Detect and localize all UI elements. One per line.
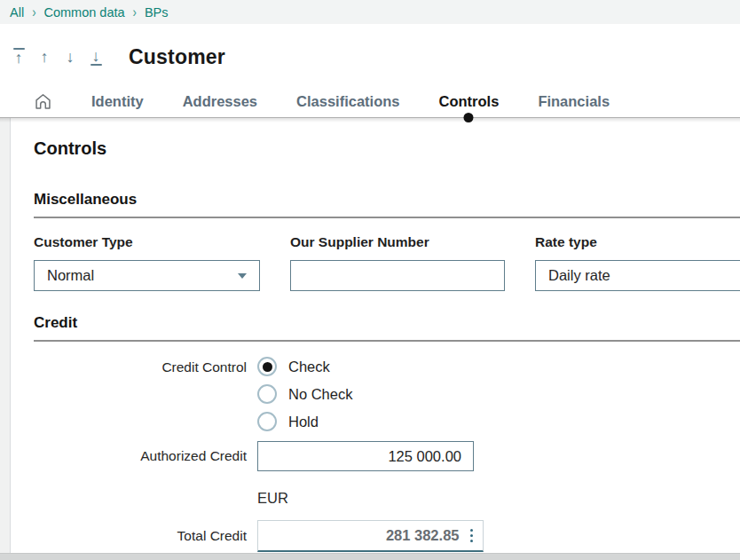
total-credit-label: Total Credit <box>34 528 247 544</box>
our-supplier-number-input[interactable] <box>290 260 505 291</box>
credit-control-label: Credit Control <box>34 357 247 375</box>
record-header: ↑ ↑ ↓ ↓ Customer <box>0 24 740 86</box>
miscellaneous-section-title: Miscellaneous <box>34 191 740 218</box>
credit-control-row: Credit Control Check No Check Hold <box>34 357 740 431</box>
miscellaneous-fields: Customer Type Normal Our Supplier Number… <box>34 234 740 291</box>
credit-control-radio-group: Check No Check Hold <box>257 357 352 431</box>
caret-down-icon <box>238 273 247 279</box>
tab-controls[interactable]: Controls <box>439 86 500 117</box>
radio-check[interactable]: Check <box>257 357 352 376</box>
total-credit-value: 281 382.85 <box>386 527 460 544</box>
record-navigation: ↑ ↑ ↓ ↓ <box>9 45 106 68</box>
rate-type-select[interactable]: Daily rate <box>535 260 740 291</box>
tab-bar: Identity Addresses Classifications Contr… <box>0 86 740 118</box>
customer-type-field: Customer Type Normal <box>34 234 260 291</box>
radio-no-check[interactable]: No Check <box>257 384 352 404</box>
arrow-down-to-bar-icon: ↓ <box>92 48 100 65</box>
tab-identity[interactable]: Identity <box>91 86 144 117</box>
previous-record-button[interactable]: ↑ <box>35 45 54 68</box>
credit-section-title: Credit <box>34 314 740 342</box>
tab-addresses[interactable]: Addresses <box>183 86 257 117</box>
arrow-up-icon: ↑ <box>41 49 49 66</box>
tab-classifications[interactable]: Classifications <box>296 86 399 117</box>
authorized-credit-label: Authorized Credit <box>34 448 247 464</box>
breadcrumb: All › Common data › BPs <box>0 0 740 24</box>
breadcrumb-separator: › <box>133 4 137 20</box>
next-record-button[interactable]: ↓ <box>60 45 80 68</box>
tab-home[interactable] <box>34 86 52 117</box>
arrow-down-icon: ↓ <box>67 49 75 66</box>
our-supplier-number-field: Our Supplier Number <box>290 234 505 291</box>
home-icon <box>34 92 52 111</box>
radio-button-icon <box>257 357 277 376</box>
rate-type-value: Daily rate <box>548 267 610 284</box>
radio-button-icon <box>257 384 277 404</box>
breadcrumb-separator: › <box>32 4 35 20</box>
page-title: Customer <box>129 45 225 69</box>
radio-hold[interactable]: Hold <box>257 412 352 431</box>
last-record-button[interactable]: ↓ <box>86 45 106 68</box>
section-page-heading: Controls <box>34 138 740 159</box>
content-area: Controls Miscellaneous Customer Type Nor… <box>0 118 740 553</box>
total-credit-field: 281 382.85 <box>257 520 484 552</box>
currency-code: EUR <box>257 490 288 507</box>
total-credit-row: Total Credit 281 382.85 <box>34 520 740 552</box>
arrow-up-to-bar-icon: ↑ <box>15 50 23 67</box>
our-supplier-number-label: Our Supplier Number <box>290 234 505 250</box>
breadcrumb-link-bps[interactable]: BPs <box>145 5 169 20</box>
vertical-dots-icon[interactable] <box>468 527 476 545</box>
customer-type-value: Normal <box>47 267 94 284</box>
breadcrumb-link-all[interactable]: All <box>10 5 24 20</box>
left-rail <box>0 118 11 553</box>
rate-type-label: Rate type <box>535 234 740 250</box>
authorized-credit-row: Authorized Credit <box>34 441 740 471</box>
first-record-button[interactable]: ↑ <box>9 45 28 68</box>
customer-type-label: Customer Type <box>34 234 260 250</box>
rate-type-field: Rate type Daily rate <box>535 234 740 291</box>
active-tab-indicator <box>464 113 474 122</box>
arrow-down-to-bar-icon <box>91 64 102 66</box>
radio-button-icon <box>257 412 277 431</box>
bottom-bar <box>0 553 740 560</box>
tab-financials[interactable]: Financials <box>538 86 610 117</box>
authorized-credit-input[interactable] <box>257 441 474 471</box>
customer-type-select[interactable]: Normal <box>34 260 260 291</box>
breadcrumb-link-common-data[interactable]: Common data <box>43 5 124 20</box>
currency-row: EUR <box>34 490 740 507</box>
